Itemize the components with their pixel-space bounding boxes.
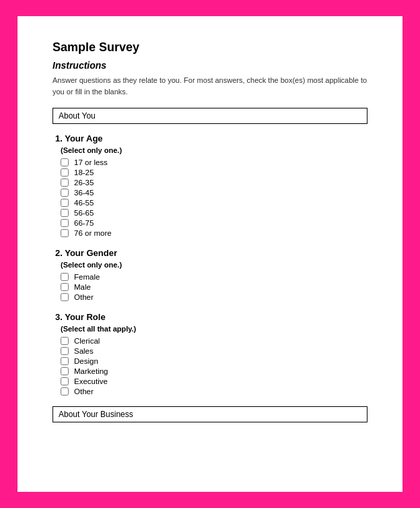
- gender-checkbox-1[interactable]: [61, 273, 69, 281]
- role-checkbox-1[interactable]: [61, 337, 69, 345]
- age-label-7: 66-75: [74, 219, 94, 227]
- section-about-your-business: About Your Business: [53, 406, 368, 422]
- age-option-6: 56-65: [61, 209, 368, 217]
- gender-checkbox-3[interactable]: [61, 293, 69, 301]
- question-2-block: 2. Your Gender (Select only one.) Female…: [55, 248, 368, 301]
- role-checkbox-5[interactable]: [61, 377, 69, 385]
- age-option-2: 18-25: [61, 168, 368, 177]
- age-checkbox-6[interactable]: [61, 209, 69, 217]
- age-checkbox-1[interactable]: [61, 158, 69, 166]
- gender-option-3: Other: [61, 293, 368, 301]
- age-checkbox-4[interactable]: [61, 189, 69, 197]
- question-2-title: 2. Your Gender: [55, 248, 368, 258]
- age-label-2: 18-25: [74, 168, 94, 177]
- gender-label-2: Male: [74, 283, 91, 291]
- role-option-3: Design: [61, 357, 368, 365]
- question-3-title: 3. Your Role: [55, 312, 368, 322]
- age-option-1: 17 or less: [61, 158, 368, 166]
- role-checkbox-2[interactable]: [61, 347, 69, 355]
- gender-option-2: Male: [61, 283, 368, 291]
- role-option-6: Other: [61, 387, 368, 395]
- role-label-5: Executive: [74, 377, 108, 385]
- age-option-5: 46-55: [61, 199, 368, 207]
- role-label-6: Other: [74, 387, 94, 395]
- gender-checkbox-2[interactable]: [61, 283, 69, 291]
- question-1-block: 1. Your Age (Select only one.) 17 or les…: [55, 133, 368, 237]
- question-2-instruction: (Select only one.): [61, 261, 368, 269]
- question-1-instruction: (Select only one.): [61, 146, 368, 154]
- role-label-3: Design: [74, 357, 98, 365]
- role-checkbox-6[interactable]: [61, 387, 69, 395]
- role-label-2: Sales: [74, 347, 94, 355]
- role-label-1: Clerical: [74, 337, 100, 345]
- age-checkbox-7[interactable]: [61, 219, 69, 227]
- age-label-8: 76 or more: [74, 229, 112, 237]
- age-label-3: 26-35: [74, 179, 94, 187]
- section-about-you: About You: [53, 108, 368, 124]
- age-label-4: 36-45: [74, 189, 94, 197]
- age-checkbox-2[interactable]: [61, 168, 69, 177]
- gender-label-1: Female: [74, 273, 100, 281]
- question-3-block: 3. Your Role (Select all that apply.) Cl…: [55, 312, 368, 395]
- role-label-4: Marketing: [74, 367, 108, 375]
- role-option-1: Clerical: [61, 337, 368, 345]
- question-3-instruction: (Select all that apply.): [61, 325, 368, 333]
- age-option-4: 36-45: [61, 189, 368, 197]
- instructions-text: Answer questions as they relate to you. …: [53, 75, 368, 97]
- age-label-5: 46-55: [74, 199, 94, 207]
- age-checkbox-5[interactable]: [61, 199, 69, 207]
- survey-title: Sample Survey: [53, 40, 368, 55]
- age-option-8: 76 or more: [61, 229, 368, 237]
- age-checkbox-8[interactable]: [61, 229, 69, 237]
- gender-label-3: Other: [74, 293, 94, 301]
- age-checkbox-3[interactable]: [61, 179, 69, 187]
- question-1-title: 1. Your Age: [55, 133, 368, 144]
- role-option-5: Executive: [61, 377, 368, 385]
- role-checkbox-3[interactable]: [61, 357, 69, 365]
- age-option-7: 66-75: [61, 219, 368, 227]
- instructions-heading: Instructions: [53, 60, 368, 71]
- role-option-4: Marketing: [61, 367, 368, 375]
- age-label-6: 56-65: [74, 209, 94, 217]
- page-container: Sample Survey Instructions Answer questi…: [18, 16, 403, 492]
- age-option-3: 26-35: [61, 179, 368, 187]
- role-option-2: Sales: [61, 347, 368, 355]
- age-label-1: 17 or less: [74, 158, 108, 166]
- role-checkbox-4[interactable]: [61, 367, 69, 375]
- gender-option-1: Female: [61, 273, 368, 281]
